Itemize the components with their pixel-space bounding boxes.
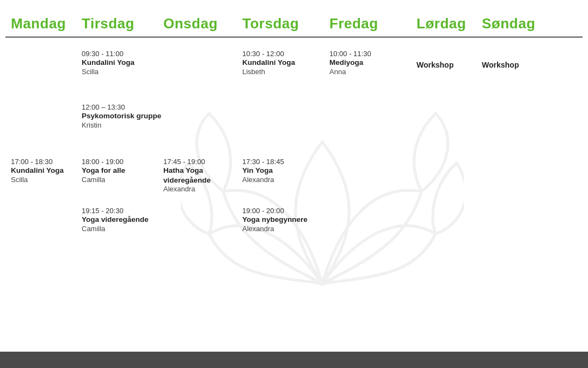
mandag-evening-time: 17:00 - 18:30 — [11, 158, 82, 166]
day-mandag: Mandag — [11, 15, 82, 32]
onsdag-midday-empty — [163, 98, 242, 152]
day-sondag: Søndag — [482, 15, 536, 32]
torsdag-late-instructor: Alexandra — [242, 225, 329, 233]
torsdag-evening-name: Yin Yoga — [242, 166, 329, 176]
row-morning: 09:30 - 11:00 Kundalini Yoga Scilla 10:3… — [5, 44, 583, 93]
mandag-evening: 17:00 - 18:30 Kundalini Yoga Scilla — [11, 152, 82, 201]
torsdag-late-time: 19:00 - 20:00 — [242, 207, 329, 215]
fredag-late-empty — [329, 201, 416, 245]
sondag-workshop-label: Workshop — [482, 50, 536, 69]
day-torsdag: Torsdag — [242, 15, 329, 32]
torsdag-morning-time: 10:30 - 12:00 — [242, 50, 329, 58]
torsdag-morning: 10:30 - 12:00 Kundalini Yoga Lisbeth — [242, 44, 329, 93]
mandag-midday-empty — [11, 98, 82, 152]
day-lordag: Lørdag — [416, 15, 482, 32]
torsdag-evening-instructor: Alexandra — [242, 176, 329, 184]
torsdag-evening: 17:30 - 18:45 Yin Yoga Alexandra — [242, 152, 329, 201]
torsdag-morning-name: Kundalini Yoga — [242, 58, 329, 68]
mandag-morning-empty — [11, 44, 82, 93]
row-midday: 12:00 – 13:30 Psykomotorisk gruppe Krist… — [5, 98, 583, 152]
fredag-morning-time: 10:00 - 11:30 — [329, 50, 416, 58]
lordag-late-empty — [416, 201, 482, 245]
tirsdag-morning-time: 09:30 - 11:00 — [82, 50, 163, 58]
tirsdag-evening-instructor: Camilla — [82, 176, 163, 184]
days-header: Mandag Tirsdag Onsdag Torsdag Fredag Lør… — [5, 0, 583, 38]
tirsdag-midday-name: Psykomotorisk gruppe — [82, 111, 163, 121]
tirsdag-late-instructor: Camilla — [82, 225, 163, 233]
tirsdag-morning-name: Kundalini Yoga — [82, 58, 163, 68]
tirsdag-morning-instructor: Scilla — [82, 68, 163, 76]
tirsdag-evening-name: Yoga for alle — [82, 166, 163, 176]
torsdag-evening-time: 17:30 - 18:45 — [242, 158, 329, 166]
fredag-midday-empty — [329, 98, 416, 152]
tirsdag-late: 19:15 - 20:30 Yoga videregående Camilla — [82, 201, 163, 245]
tirsdag-late-time: 19:15 - 20:30 — [82, 207, 163, 215]
lordag-workshop: Workshop — [416, 44, 482, 93]
onsdag-late-empty — [163, 201, 242, 245]
torsdag-late-name: Yoga nybegynnere — [242, 215, 329, 225]
tirsdag-midday-time: 12:00 – 13:30 — [82, 103, 163, 111]
onsdag-evening-name: Hatha Yoga videregående — [163, 166, 242, 185]
row-late-evening: 19:15 - 20:30 Yoga videregående Camilla … — [5, 201, 583, 245]
fredag-morning: 10:00 - 11:30 Mediyoga Anna — [329, 44, 416, 93]
tirsdag-evening: 18:00 - 19:00 Yoga for alle Camilla — [82, 152, 163, 201]
tirsdag-late-name: Yoga videregående — [82, 215, 163, 225]
day-onsdag: Onsdag — [163, 15, 242, 32]
sondag-late-empty — [482, 201, 536, 245]
onsdag-evening-time: 17:45 - 19:00 — [163, 158, 242, 166]
lordag-midday-empty — [416, 98, 482, 152]
tirsdag-morning: 09:30 - 11:00 Kundalini Yoga Scilla — [82, 44, 163, 93]
torsdag-late: 19:00 - 20:00 Yoga nybegynnere Alexandra — [242, 201, 329, 245]
day-tirsdag: Tirsdag — [82, 15, 163, 32]
tirsdag-midday: 12:00 – 13:30 Psykomotorisk gruppe Krist… — [82, 98, 163, 152]
torsdag-midday-empty — [242, 98, 329, 152]
torsdag-morning-instructor: Lisbeth — [242, 68, 329, 76]
sondag-midday-empty — [482, 98, 536, 152]
sondag-evening-empty — [482, 152, 536, 201]
mandag-evening-name: Kundalini Yoga — [11, 166, 82, 176]
sondag-workshop: Workshop — [482, 44, 536, 93]
fredag-morning-instructor: Anna — [329, 68, 416, 76]
onsdag-morning-empty — [163, 44, 242, 93]
fredag-evening-empty — [329, 152, 416, 201]
day-fredag: Fredag — [329, 15, 416, 32]
mandag-late-empty — [11, 201, 82, 245]
row-evening: 17:00 - 18:30 Kundalini Yoga Scilla 18:0… — [5, 152, 583, 201]
lordag-workshop-label: Workshop — [416, 50, 482, 69]
mandag-evening-instructor: Scilla — [11, 176, 82, 184]
onsdag-evening: 17:45 - 19:00 Hatha Yoga videregående Al… — [163, 152, 242, 201]
schedule-container: Mandag Tirsdag Onsdag Torsdag Fredag Lør… — [0, 0, 588, 368]
onsdag-evening-instructor: Alexandra — [163, 185, 242, 193]
fredag-morning-name: Mediyoga — [329, 58, 416, 68]
tirsdag-evening-time: 18:00 - 19:00 — [82, 158, 163, 166]
lordag-evening-empty — [416, 152, 482, 201]
tirsdag-midday-instructor: Kristin — [82, 121, 163, 129]
